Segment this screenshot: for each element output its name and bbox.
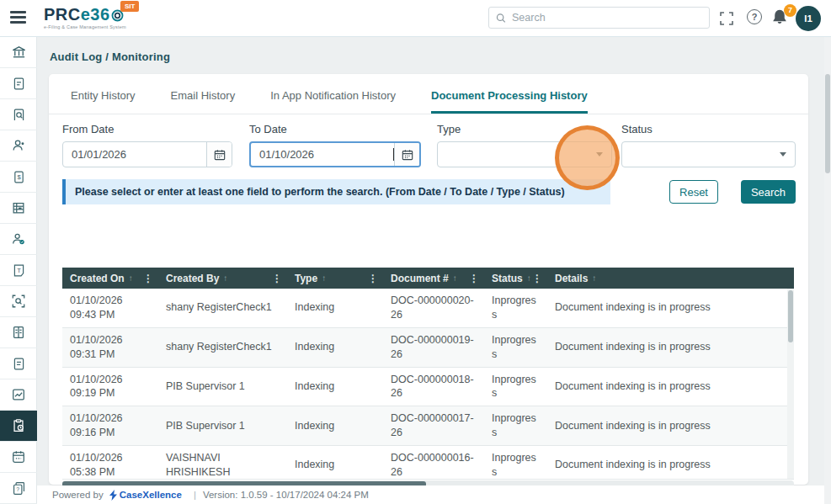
document-type-icon: T xyxy=(12,263,26,278)
tab-inapp-notification-history[interactable]: In App Notification History xyxy=(270,89,396,114)
table-cell: 01/10/2026 05:38 PM xyxy=(62,446,158,480)
column-menu-icon[interactable]: ⋮ xyxy=(272,273,282,284)
table-cell: Document indexing is in progress xyxy=(547,453,787,477)
breadcrumb: Audit Log / Monitoring xyxy=(50,50,170,63)
from-date-label: From Date xyxy=(62,123,232,135)
table-cell: 01/10/2026 09:19 PM xyxy=(62,368,158,406)
table-cell: Indexing xyxy=(287,414,383,438)
column-header-created-on[interactable]: Created On↑⋮ xyxy=(62,268,158,289)
status-dropdown[interactable] xyxy=(621,141,796,167)
table-cell: Inprogress xyxy=(484,328,547,367)
avatar[interactable]: I1 xyxy=(796,6,821,31)
column-header-status[interactable]: Status↑⋮ xyxy=(484,268,547,289)
notifications-button[interactable]: 7 xyxy=(771,8,791,29)
sidebar-nav: $ T ? xyxy=(0,37,37,504)
logo-text-secondary: e36 xyxy=(81,5,110,24)
sidebar-item-users[interactable] xyxy=(0,130,37,162)
sidebar-item-bank[interactable] xyxy=(0,37,37,68)
sidebar-item-help-docs[interactable]: ? xyxy=(0,473,37,504)
table-row[interactable]: 01/10/2026 05:38 PMVAISHNAVI HRISHIKESHI… xyxy=(62,446,787,480)
sort-asc-icon: ↑ xyxy=(453,273,457,283)
filter-status: Status xyxy=(621,123,796,167)
table-cell: Indexing xyxy=(287,453,383,477)
table-vertical-scrollbar[interactable] xyxy=(787,289,794,480)
table-cell: shany RegisterCheck1 xyxy=(158,295,287,320)
sidebar-item-ledger[interactable] xyxy=(0,317,37,348)
to-date-input[interactable] xyxy=(251,148,398,161)
table-cell: Inprogress xyxy=(484,406,547,445)
fullscreen-icon[interactable] xyxy=(720,12,733,25)
scrollbar-thumb[interactable] xyxy=(825,74,830,173)
table-row[interactable]: 01/10/2026 09:43 PMshany RegisterCheck1I… xyxy=(62,289,787,328)
calendar-icon xyxy=(11,449,26,464)
column-header-details[interactable]: Details↑ xyxy=(547,268,787,289)
table-row[interactable]: 01/10/2026 09:16 PMPIB Supervisor 1Index… xyxy=(62,406,787,446)
table-cell: DOC-000000020-26 xyxy=(383,289,484,327)
tab-document-processing-history[interactable]: Document Processing History xyxy=(431,89,588,114)
from-date-input[interactable] xyxy=(63,148,206,161)
column-menu-icon[interactable]: ⋮ xyxy=(469,273,479,284)
notification-count-badge: 7 xyxy=(784,4,796,17)
powered-by-label: Powered by xyxy=(52,490,104,500)
sort-asc-icon: ↑ xyxy=(592,273,596,283)
document-search-icon xyxy=(12,108,26,122)
to-date-label: To Date xyxy=(249,123,421,135)
column-header-created-by[interactable]: Created By↑⋮ xyxy=(158,268,287,289)
scrollbar-thumb[interactable] xyxy=(788,290,793,342)
ledger-icon xyxy=(11,325,26,340)
help-icon[interactable]: ? xyxy=(747,9,762,24)
sidebar-item-document-search[interactable] xyxy=(0,99,37,130)
column-header-type[interactable]: Type↑⋮ xyxy=(287,268,383,289)
sort-asc-icon: ↑ xyxy=(527,273,531,283)
sidebar-item-organization[interactable] xyxy=(0,193,37,224)
column-menu-icon[interactable]: ⋮ xyxy=(532,273,542,284)
table-row[interactable]: 01/10/2026 09:19 PMPIB Supervisor 1Index… xyxy=(62,368,787,407)
tab-email-history[interactable]: Email History xyxy=(171,89,236,114)
sidebar-item-reports[interactable] xyxy=(0,379,37,411)
column-menu-icon[interactable]: ⋮ xyxy=(143,273,153,284)
sidebar-item-documents[interactable] xyxy=(0,68,37,99)
sidebar-item-user-verify[interactable] xyxy=(0,224,37,255)
search-input[interactable] xyxy=(512,12,702,24)
brand-link[interactable]: CaseXellence xyxy=(109,490,182,501)
chevron-down-icon xyxy=(780,152,786,157)
scan-search-icon xyxy=(11,294,26,309)
environment-badge: SIT xyxy=(120,1,139,12)
search-button[interactable]: Search xyxy=(741,180,796,204)
filter-to-date: To Date xyxy=(249,123,421,167)
table-cell: PIB Supervisor 1 xyxy=(158,414,287,438)
invoice-dollar-icon: $ xyxy=(12,170,26,184)
sidebar-item-invoices[interactable]: $ xyxy=(0,162,37,193)
table-cell: Document indexing is in progress xyxy=(547,335,787,359)
table-cell: VAISHNAVI HRISHIKESH xyxy=(158,446,287,480)
building-icon xyxy=(11,200,26,215)
footer-separator: | xyxy=(194,490,196,500)
app-logo[interactable]: PRCe36 e-Filing & Case Management System xyxy=(44,5,126,29)
hamburger-icon[interactable] xyxy=(10,11,26,25)
sidebar-item-scan-search[interactable] xyxy=(0,286,37,317)
content-card: Entity History Email History In App Noti… xyxy=(49,74,808,485)
chevron-down-icon xyxy=(596,152,603,157)
tab-entity-history[interactable]: Entity History xyxy=(71,89,136,114)
column-menu-icon[interactable]: ⋮ xyxy=(368,273,378,284)
table-cell: 01/10/2026 09:16 PM xyxy=(62,406,158,445)
page-scrollbar[interactable] xyxy=(824,37,831,504)
column-header-document[interactable]: Document #↑⋮ xyxy=(383,268,484,289)
reset-button[interactable]: Reset xyxy=(669,180,718,204)
sidebar-item-notes[interactable] xyxy=(0,348,37,379)
type-dropdown[interactable] xyxy=(437,141,612,167)
table-cell: DOC-000000017-26 xyxy=(383,406,484,445)
sidebar-item-calendar[interactable] xyxy=(0,442,37,473)
sort-asc-icon: ↑ xyxy=(223,273,227,283)
status-label: Status xyxy=(621,123,796,135)
to-date-calendar-button[interactable] xyxy=(394,143,419,166)
sidebar-item-templates[interactable]: T xyxy=(0,255,37,286)
table-row[interactable]: 01/10/2026 09:31 PMshany RegisterCheck1I… xyxy=(62,328,787,368)
validation-info-message: Please select or enter at least one fiel… xyxy=(62,179,610,204)
sidebar-item-audit-log[interactable] xyxy=(0,411,37,442)
clipboard-clock-icon xyxy=(11,418,26,433)
global-search[interactable] xyxy=(488,7,710,29)
from-date-calendar-button[interactable] xyxy=(206,142,232,167)
notes-icon xyxy=(12,357,26,371)
logo-tagline: e-Filing & Case Management System xyxy=(44,24,126,29)
